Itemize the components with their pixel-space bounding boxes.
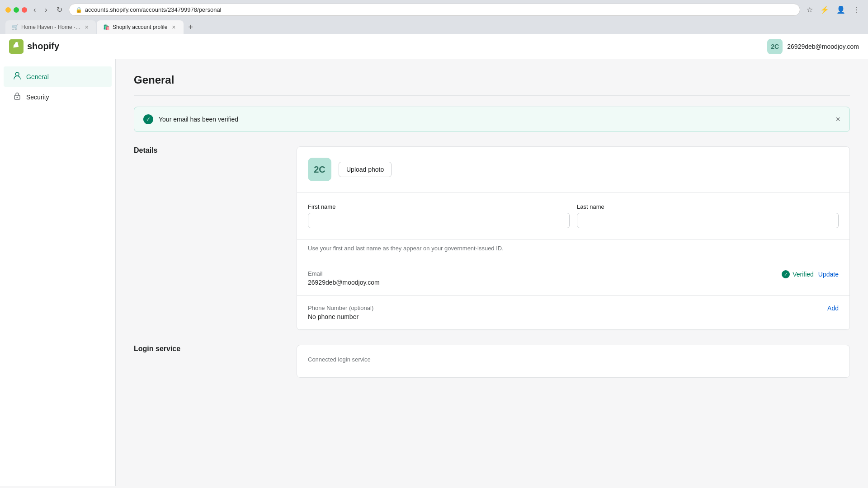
shopify-logo[interactable]: shopify [9, 39, 59, 54]
last-name-label: Last name [577, 203, 839, 210]
user-email: 26929deb@moodjoy.com [787, 43, 859, 50]
phone-right: Add [827, 305, 839, 312]
extensions-icon[interactable]: ⚡ [817, 4, 832, 16]
add-phone-button[interactable]: Add [827, 305, 839, 312]
login-service-section: Login service Connected login service [134, 345, 850, 378]
reload-button[interactable]: ↻ [54, 4, 65, 16]
phone-value: No phone number [308, 313, 373, 320]
top-nav: shopify 2C 26929deb@moodjoy.com [0, 34, 868, 59]
minimize-button[interactable] [5, 7, 11, 13]
page-content: General ✓ Your email has been verified ×… [116, 59, 868, 486]
last-name-input[interactable] [577, 213, 839, 228]
tab-title-2: Shopify account profile [113, 24, 167, 30]
alert-close-button[interactable]: × [835, 115, 840, 124]
upload-photo-button[interactable]: Upload photo [339, 162, 392, 177]
email-left: Email 26929deb@moodjoy.com [308, 270, 380, 286]
email-right: ✓ Verified Update [782, 270, 839, 278]
main-area: General Security General [0, 59, 868, 486]
phone-row: Phone Number (optional) No phone number … [297, 296, 849, 330]
back-button[interactable]: ‹ [31, 4, 38, 16]
page-title: General [134, 74, 850, 86]
tab-favicon-2: 🛍️ [103, 24, 110, 30]
tab-account-profile[interactable]: 🛍️ Shopify account profile × [97, 20, 184, 34]
maximize-button[interactable] [14, 7, 19, 13]
close-button[interactable] [22, 7, 27, 13]
last-name-group: Last name [577, 203, 839, 228]
details-avatar: 2C [308, 158, 331, 181]
verified-text: Verified [793, 271, 814, 278]
details-label: Details [134, 146, 278, 330]
address-text: accounts.shopify.com/accounts/234799978/… [85, 6, 222, 13]
verified-badge: ✓ Verified [782, 270, 814, 278]
lock-icon: 🔒 [75, 7, 82, 13]
tab-home-haven[interactable]: 🛒 Home Haven - Home · Shopify × [5, 20, 96, 34]
sidebar: General Security [0, 59, 116, 486]
tab-favicon-1: 🛒 [12, 24, 19, 30]
lock-icon [13, 91, 22, 103]
address-bar[interactable]: 🔒 accounts.shopify.com/accounts/23479997… [69, 4, 800, 16]
phone-left: Phone Number (optional) No phone number [308, 305, 373, 320]
email-row: Email 26929deb@moodjoy.com ✓ Verified Up… [297, 261, 849, 296]
avatar-row: 2C Upload photo [297, 147, 849, 192]
profile-icon[interactable]: 👤 [834, 4, 848, 16]
name-hint: Use your first and last name as they app… [297, 239, 849, 261]
alert-banner: ✓ Your email has been verified × [134, 107, 850, 132]
login-service-label: Login service [134, 345, 278, 378]
email-label: Email [308, 270, 380, 277]
phone-label: Phone Number (optional) [308, 305, 373, 311]
bookmark-icon[interactable]: ☆ [804, 4, 816, 16]
tab-title-1: Home Haven - Home · Shopify [21, 24, 81, 30]
connected-login-card: Connected login service [297, 345, 850, 378]
sidebar-label-security: Security [26, 94, 49, 101]
svg-point-1 [15, 72, 19, 76]
first-name-group: First name [308, 203, 570, 228]
sidebar-item-security[interactable]: Security [4, 87, 112, 107]
update-email-button[interactable]: Update [818, 271, 839, 278]
sidebar-item-wrapper-security: Security [0, 87, 115, 107]
connected-login-label: Connected login service [308, 356, 839, 363]
person-icon [13, 71, 22, 82]
name-row: First name Last name [297, 192, 849, 239]
details-section: Details 2C Upload photo First name [134, 146, 850, 330]
alert-message: Your email has been verified [159, 116, 830, 123]
svg-point-3 [17, 97, 18, 98]
forward-button[interactable]: › [42, 4, 50, 16]
sidebar-label-general: General [26, 73, 49, 80]
email-value: 26929deb@moodjoy.com [308, 279, 380, 286]
user-menu[interactable]: 2C 26929deb@moodjoy.com [767, 39, 859, 54]
tab-close-2[interactable]: × [170, 23, 177, 31]
first-name-label: First name [308, 203, 570, 210]
sidebar-item-wrapper-general: General [0, 66, 115, 87]
tab-close-1[interactable]: × [84, 23, 90, 31]
sidebar-item-general[interactable]: General [4, 66, 112, 87]
new-tab-button[interactable]: + [184, 21, 197, 34]
settings-icon[interactable]: ⋮ [850, 4, 863, 16]
alert-check-icon: ✓ [143, 114, 153, 124]
details-card: 2C Upload photo First name Last name [297, 146, 850, 330]
title-divider [134, 95, 850, 96]
user-avatar: 2C [767, 39, 783, 54]
shopify-logo-icon [9, 39, 24, 54]
logo-text: shopify [27, 41, 59, 52]
verified-check-icon: ✓ [782, 270, 790, 278]
first-name-input[interactable] [308, 213, 570, 228]
